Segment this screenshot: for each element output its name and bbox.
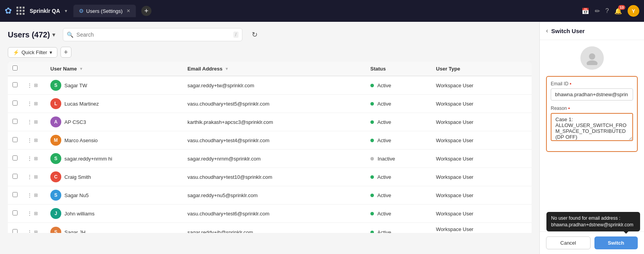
table-row: ⋮ ⊞ L Lucas Martinez vasu.choudhary+test… bbox=[8, 95, 532, 113]
active-tab[interactable]: ⚙ Users (Settings) ✕ bbox=[73, 5, 136, 17]
error-tooltip: No user found for email address : bhawna… bbox=[546, 212, 640, 231]
panel-back-button[interactable]: ‹ bbox=[546, 27, 548, 34]
row-edit-icon-5[interactable]: ⊞ bbox=[34, 174, 38, 180]
help-icon[interactable]: ? bbox=[605, 7, 609, 14]
row-more-icon-5[interactable]: ⋮ bbox=[27, 174, 32, 180]
row-checkbox-input-6[interactable] bbox=[12, 192, 18, 197]
row-status-0: Active bbox=[366, 76, 431, 95]
edit-icon[interactable]: ✏ bbox=[595, 7, 600, 15]
row-status-3: Active bbox=[366, 131, 431, 150]
workspace-chevron-icon[interactable]: ▾ bbox=[65, 8, 67, 14]
search-input[interactable] bbox=[63, 28, 242, 41]
row-checkbox-1[interactable] bbox=[8, 95, 22, 113]
row-more-icon-6[interactable]: ⋮ bbox=[27, 192, 32, 198]
row-edit-icon-6[interactable]: ⊞ bbox=[34, 192, 38, 198]
email-sort-icon[interactable]: ▼ bbox=[225, 67, 229, 71]
svg-point-1 bbox=[587, 60, 598, 65]
row-email-6: sagar.reddy+nu5@sprinklr.com bbox=[183, 186, 366, 205]
col-header-status: Status bbox=[366, 62, 431, 76]
cancel-button[interactable]: Cancel bbox=[546, 236, 591, 249]
col-header-actions bbox=[22, 62, 46, 76]
row-more-icon-3[interactable]: ⋮ bbox=[27, 137, 32, 143]
row-checkbox-input-8[interactable] bbox=[12, 229, 18, 233]
table-row: ⋮ ⊞ S sagar.reddy+nrmm hi sagar.reddy+nr… bbox=[8, 150, 532, 168]
row-usertype-1: Workspace User bbox=[431, 95, 532, 113]
row-checkbox-2[interactable] bbox=[8, 113, 22, 131]
row-more-icon-8[interactable]: ⋮ bbox=[27, 229, 32, 233]
table-row: ⋮ ⊞ S Sagar Nu5 sagar.reddy+nu5@sprinklr… bbox=[8, 186, 532, 205]
row-usertype-0: Workspace User bbox=[431, 76, 532, 95]
row-checkbox-8[interactable] bbox=[8, 223, 22, 233]
row-status-dot-6 bbox=[370, 194, 374, 197]
row-checkbox-input-4[interactable] bbox=[12, 155, 18, 161]
row-edit-icon-1[interactable]: ⊞ bbox=[34, 101, 38, 106]
select-all-input[interactable] bbox=[12, 65, 18, 71]
row-username-8: Sagar JH bbox=[64, 229, 85, 233]
row-status-dot-7 bbox=[370, 212, 374, 215]
quick-filter-button[interactable]: ⚡ Quick Filter ▾ bbox=[8, 47, 57, 58]
reason-textarea[interactable]: Case 1: ALLOW_USER_SWITCH_FROM_SPACE_TO_… bbox=[551, 113, 633, 141]
add-filter-button[interactable]: + bbox=[60, 47, 71, 58]
row-edit-icon-8[interactable]: ⊞ bbox=[34, 229, 38, 233]
row-username-0: Sagar TW bbox=[64, 83, 87, 88]
row-edit-icon-7[interactable]: ⊞ bbox=[34, 211, 38, 216]
select-all-checkbox[interactable] bbox=[8, 62, 22, 76]
row-checkbox-input-5[interactable] bbox=[12, 174, 18, 179]
row-username-7: John williams bbox=[64, 211, 94, 217]
col-header-email: Email Address ▼ bbox=[183, 62, 366, 76]
row-status-7: Active bbox=[366, 205, 431, 223]
row-edit-icon-2[interactable]: ⊞ bbox=[34, 119, 38, 125]
row-more-icon-4[interactable]: ⋮ bbox=[27, 155, 32, 162]
grid-icon[interactable] bbox=[16, 7, 25, 15]
row-checkbox-input-7[interactable] bbox=[12, 210, 18, 215]
row-edit-icon-3[interactable]: ⊞ bbox=[34, 138, 38, 143]
row-checkbox-input-3[interactable] bbox=[12, 137, 18, 142]
row-checkbox-input-2[interactable] bbox=[12, 119, 18, 124]
logo-icon: ✿ bbox=[5, 6, 12, 16]
calendar-icon[interactable]: 📅 bbox=[582, 7, 589, 15]
row-edit-icon-4[interactable]: ⊞ bbox=[34, 156, 38, 161]
tooltip-text: No user found for email address : bhawna… bbox=[551, 215, 633, 228]
row-checkbox-6[interactable] bbox=[8, 186, 22, 205]
row-name-5: C Craig Smith bbox=[46, 168, 183, 186]
row-usertype-4: Workspace User bbox=[431, 150, 532, 168]
reason-required: • bbox=[568, 105, 570, 111]
row-email-4: sagar.reddy+nrnm@sprinklr.com bbox=[183, 150, 366, 168]
row-checkbox-4[interactable] bbox=[8, 150, 22, 168]
switch-button[interactable]: Switch bbox=[594, 236, 638, 249]
row-more-icon-7[interactable]: ⋮ bbox=[27, 210, 32, 217]
row-usertype-5: Workspace User bbox=[431, 168, 532, 186]
notification-icon[interactable]: 🔔 13 bbox=[614, 7, 622, 15]
row-usertype-2: Workspace User bbox=[431, 113, 532, 131]
row-checkbox-input-1[interactable] bbox=[12, 101, 18, 106]
workspace-name[interactable]: Sprinklr QA bbox=[30, 8, 60, 14]
tab-close-icon[interactable]: ✕ bbox=[126, 8, 130, 14]
row-checkbox-0[interactable] bbox=[8, 76, 22, 95]
row-more-icon-0[interactable]: ⋮ bbox=[27, 82, 32, 88]
table-row: ⋮ ⊞ S Sagar TW sagar.reddy+tw@sprinklr.c… bbox=[8, 76, 532, 95]
row-actions-6: ⋮ ⊞ bbox=[22, 186, 46, 205]
row-edit-icon-0[interactable]: ⊞ bbox=[34, 83, 38, 88]
row-username-4: sagar.reddy+nrmm hi bbox=[64, 156, 112, 162]
row-checkbox-5[interactable] bbox=[8, 168, 22, 186]
username-sort-icon[interactable]: ▼ bbox=[79, 67, 83, 71]
row-more-icon-2[interactable]: ⋮ bbox=[27, 119, 32, 125]
row-checkbox-7[interactable] bbox=[8, 205, 22, 223]
row-more-icon-1[interactable]: ⋮ bbox=[27, 101, 32, 107]
table-row: ⋮ ⊞ M Marco Asensio vasu.choudhary+test4… bbox=[8, 131, 532, 150]
topbar-icons: 📅 ✏ ? 🔔 13 Y bbox=[582, 5, 639, 17]
panel-header: ‹ Switch User bbox=[540, 22, 644, 40]
add-tab-button[interactable]: + bbox=[141, 6, 151, 16]
row-checkbox-3[interactable] bbox=[8, 131, 22, 150]
user-avatar-top[interactable]: Y bbox=[628, 5, 639, 17]
row-name-0: S Sagar TW bbox=[46, 76, 183, 95]
email-input[interactable] bbox=[551, 88, 633, 101]
row-checkbox-input-0[interactable] bbox=[12, 82, 18, 87]
row-status-dot-4 bbox=[370, 157, 374, 161]
refresh-button[interactable]: ↻ bbox=[252, 30, 258, 39]
title-chevron-icon[interactable]: ▾ bbox=[52, 32, 55, 38]
row-actions-7: ⋮ ⊞ bbox=[22, 205, 46, 223]
panel-title: Switch User bbox=[551, 28, 585, 34]
col-header-usertype: User Type bbox=[431, 62, 532, 76]
svg-point-0 bbox=[589, 53, 595, 60]
